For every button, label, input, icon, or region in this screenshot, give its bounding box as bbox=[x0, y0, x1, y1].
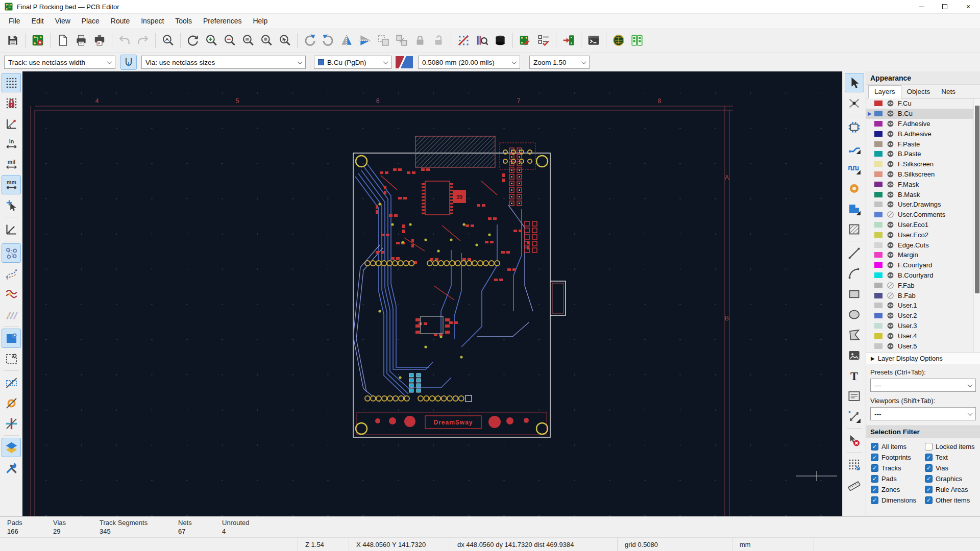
checkbox-checked-icon[interactable]: ✓ bbox=[871, 475, 878, 483]
checkbox-checked-icon[interactable]: ✓ bbox=[871, 443, 878, 450]
select-icon[interactable] bbox=[845, 73, 864, 92]
circle-tool-icon[interactable] bbox=[845, 305, 864, 324]
ratsnest-visibility-icon[interactable] bbox=[455, 32, 472, 49]
via-tool-icon[interactable] bbox=[845, 179, 864, 198]
layer-row-f-silkscreen[interactable]: F.Silkscreen bbox=[866, 159, 980, 169]
layer-row-user-1[interactable]: User.1 bbox=[866, 300, 980, 311]
menu-file[interactable]: File bbox=[3, 15, 26, 27]
highlight-net-icon[interactable] bbox=[845, 93, 864, 113]
unlock-icon[interactable] bbox=[430, 32, 447, 49]
tab-objects[interactable]: Objects bbox=[901, 86, 936, 98]
menu-place[interactable]: Place bbox=[76, 15, 105, 27]
find-icon[interactable]: A bbox=[159, 32, 177, 49]
layer-color-swatch[interactable] bbox=[874, 293, 883, 298]
eye-open-icon[interactable] bbox=[887, 312, 894, 319]
group-icon[interactable] bbox=[375, 32, 392, 49]
page-settings-icon[interactable] bbox=[54, 32, 71, 49]
checkbox-unchecked-icon[interactable] bbox=[925, 443, 933, 450]
filter-graphics[interactable]: ✓Graphics bbox=[925, 475, 980, 483]
drc-icon[interactable] bbox=[535, 32, 552, 49]
eye-open-icon[interactable] bbox=[887, 170, 894, 178]
filter-dimensions[interactable]: ✓Dimensions bbox=[871, 496, 925, 504]
eye-open-icon[interactable] bbox=[887, 241, 894, 249]
high-contrast-icon[interactable] bbox=[2, 438, 21, 457]
layer-row-user-3[interactable]: User.3 bbox=[866, 321, 980, 331]
eye-open-icon[interactable] bbox=[887, 160, 894, 168]
filter-zones[interactable]: ✓Zones bbox=[871, 486, 925, 493]
cursor-shape-icon[interactable] bbox=[2, 195, 21, 215]
settings-tools-icon[interactable] bbox=[2, 458, 21, 478]
eye-open-icon[interactable] bbox=[887, 322, 894, 330]
eye-open-icon[interactable] bbox=[887, 302, 894, 309]
eye-open-icon[interactable] bbox=[887, 221, 894, 229]
units-inches-icon[interactable]: in bbox=[2, 134, 21, 154]
auto-track-width-button[interactable] bbox=[120, 55, 137, 70]
vias-outline-icon[interactable] bbox=[2, 393, 21, 413]
layer-color-swatch[interactable] bbox=[874, 242, 883, 248]
zoom-objects-icon[interactable] bbox=[258, 32, 275, 49]
layer-row-f-mask[interactable]: F.Mask bbox=[866, 179, 980, 189]
menu-route[interactable]: Route bbox=[105, 15, 135, 27]
layer-stack-icon[interactable] bbox=[492, 32, 509, 49]
refresh-icon[interactable] bbox=[184, 32, 202, 49]
eye-open-icon[interactable] bbox=[887, 271, 894, 279]
layer-row-f-fab[interactable]: F.Fab bbox=[866, 280, 980, 290]
lock-icon[interactable] bbox=[411, 32, 429, 49]
net-colors-icon[interactable] bbox=[2, 305, 21, 324]
checkbox-checked-icon[interactable]: ✓ bbox=[925, 454, 933, 461]
layer-row-b-cu[interactable]: ▶B.Cu bbox=[866, 109, 980, 119]
origin-tool-icon[interactable] bbox=[845, 455, 864, 474]
net-highlight-icon[interactable] bbox=[2, 284, 21, 304]
layer-row-user-eco1[interactable]: User.Eco1 bbox=[866, 220, 980, 230]
layer-color-swatch[interactable] bbox=[874, 212, 883, 217]
layer-color-swatch[interactable] bbox=[874, 283, 883, 288]
ratsnest-show-icon[interactable] bbox=[2, 243, 21, 263]
eye-open-icon[interactable] bbox=[887, 150, 894, 158]
layer-color-swatch[interactable] bbox=[874, 101, 883, 106]
layer-color-swatch[interactable] bbox=[874, 121, 883, 127]
layer-row-b-mask[interactable]: B.Mask bbox=[866, 189, 980, 199]
rect-tool-icon[interactable] bbox=[845, 284, 864, 304]
flip-vertical-icon[interactable] bbox=[356, 32, 374, 49]
layer-color-swatch[interactable] bbox=[874, 141, 883, 147]
zoom-selection-icon[interactable] bbox=[276, 32, 293, 49]
menu-edit[interactable]: Edit bbox=[26, 15, 50, 27]
delete-tool-icon[interactable] bbox=[845, 431, 864, 450]
eye-open-icon[interactable] bbox=[887, 251, 894, 259]
menu-tools[interactable]: Tools bbox=[169, 15, 198, 27]
grid-select[interactable]: 0.5080 mm (20.00 mils) bbox=[418, 56, 520, 69]
measure-tool-icon[interactable] bbox=[845, 475, 864, 494]
checkbox-checked-icon[interactable]: ✓ bbox=[871, 486, 878, 493]
eye-open-icon[interactable] bbox=[887, 231, 894, 239]
route-track-icon[interactable] bbox=[845, 138, 864, 157]
filter-rule-areas[interactable]: ✓Rule Areas bbox=[925, 486, 980, 493]
checkbox-checked-icon[interactable]: ✓ bbox=[871, 464, 878, 472]
layers-scrollbar[interactable] bbox=[973, 98, 980, 352]
layer-row-user-comments[interactable]: User.Comments bbox=[866, 210, 980, 220]
layer-color-swatch[interactable] bbox=[874, 202, 883, 207]
rule-area-icon[interactable] bbox=[845, 219, 864, 239]
eye-closed-icon[interactable] bbox=[887, 292, 894, 299]
layer-color-swatch[interactable] bbox=[874, 151, 883, 157]
ungroup-icon[interactable] bbox=[393, 32, 410, 49]
filter-locked-items[interactable]: Locked items bbox=[925, 443, 980, 450]
layer-color-swatch[interactable] bbox=[874, 222, 883, 228]
layer-row-f-adhesive[interactable]: F.Adhesive bbox=[866, 119, 980, 129]
filter-other-items[interactable]: ✓Other items bbox=[925, 496, 980, 504]
eye-open-icon[interactable] bbox=[887, 99, 894, 107]
pcb-canvas[interactable]: 45678AB39DreamSway bbox=[22, 71, 842, 516]
eye-open-icon[interactable] bbox=[887, 201, 894, 208]
layer-color-swatch[interactable] bbox=[874, 252, 883, 258]
constrain-45-icon[interactable] bbox=[2, 219, 21, 239]
units-mm-icon[interactable]: mm bbox=[2, 175, 21, 194]
layer-row-margin[interactable]: Margin bbox=[866, 250, 980, 260]
tab-nets[interactable]: Nets bbox=[936, 86, 961, 98]
grid-override-icon[interactable] bbox=[2, 93, 21, 113]
active-layer-select[interactable]: B.Cu (PgDn) bbox=[314, 56, 391, 69]
layer-row-f-cu[interactable]: F.Cu bbox=[866, 98, 980, 109]
eye-open-icon[interactable] bbox=[887, 191, 894, 198]
checkbox-checked-icon[interactable]: ✓ bbox=[925, 486, 933, 493]
footprint-editor-icon[interactable] bbox=[517, 32, 534, 49]
layer-row-user-4[interactable]: User.4 bbox=[866, 331, 980, 341]
eye-closed-icon[interactable] bbox=[887, 211, 894, 218]
